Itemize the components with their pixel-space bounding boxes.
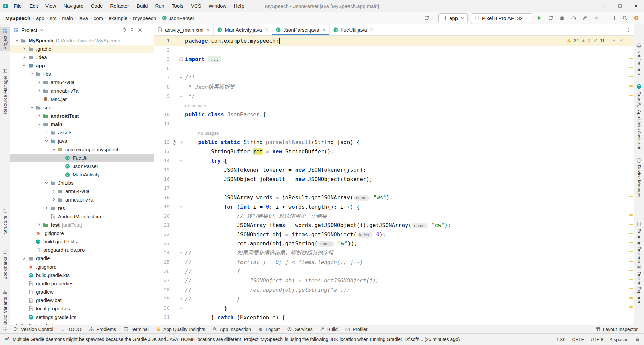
tool-button-device-explorer[interactable]: Device Explorer [634,263,644,305]
tab-mainactivity-java[interactable]: CMainActivity.java [214,24,272,35]
tool-window-button-app-inspection[interactable]: App Inspection [209,325,255,333]
status-encoding[interactable]: UTF-8 [591,337,603,342]
fold-down-icon[interactable] [177,156,185,166]
tree-row-build-gradle-kts[interactable]: build.gradle.kts [10,237,154,246]
chevron-right-icon[interactable] [20,256,28,261]
warning-stripe-mark[interactable] [629,196,633,197]
menu-help[interactable]: Help [230,0,248,12]
tree-row-armeabi-v7a[interactable]: armeabi-v7a [10,87,154,95]
warning-stripe-mark[interactable] [629,288,633,289]
collapse-all-icon[interactable] [129,27,135,33]
hide-panel-icon[interactable] [145,27,150,33]
lock-icon[interactable] [635,337,640,342]
fold-down-icon[interactable] [177,73,185,82]
close-icon[interactable] [628,0,644,12]
fold-down-icon[interactable] [177,248,185,258]
tool-window-button-terminal[interactable]: Terminal [120,325,152,333]
tool-window-button-problems[interactable]: Problems [85,325,120,333]
close-tab-icon[interactable] [322,27,326,32]
sync-button[interactable] [547,14,554,22]
tool-button-structure[interactable]: Structure [0,207,10,235]
chevron-right-icon[interactable] [50,197,57,202]
project-panel-title[interactable]: Project [21,27,37,33]
tree-row-app[interactable]: app [10,61,154,70]
tree-row-mainactivity[interactable]: CMainActivity [10,170,154,179]
menu-tools[interactable]: Tools [168,0,187,12]
chevron-right-icon[interactable] [35,223,43,227]
mirror-button[interactable] [610,14,617,22]
chevron-right-icon[interactable] [50,189,57,193]
warning-stripe-mark[interactable] [629,76,633,77]
tool-window-button-profiler[interactable]: Profiler [341,325,371,333]
chevron-right-icon[interactable] [20,55,28,59]
tree-row-androidmanifest-xml[interactable]: AndroidManifest.xml [10,212,154,221]
tree-row-arm64-v8a[interactable]: arm64-v8a [10,187,154,195]
debug-button[interactable] [558,14,566,22]
menu-vcs[interactable]: VCS [187,0,205,12]
tab-jsonparser-java[interactable]: CJsonParser.java [272,24,330,35]
tool-button-notifications[interactable]: Notifications [634,42,644,76]
breadcrumb-item-main[interactable]: main [61,15,74,21]
tree-row-res[interactable]: res [10,204,154,212]
chevron-down-icon[interactable] [28,72,35,76]
attach-button[interactable] [581,14,589,22]
chevron-down-icon[interactable] [43,181,50,185]
chevron-right-icon[interactable] [35,80,43,84]
search-button[interactable] [621,14,629,22]
tree-row-proguard-rules-pro[interactable]: proguard-rules.pro [10,246,154,254]
fold-up-icon[interactable] [177,294,185,304]
chevron-down-icon[interactable] [28,105,35,110]
warning-stripe-mark[interactable] [629,270,633,271]
tree-row--gradle[interactable]: .gradle [10,45,154,53]
tool-window-button-layout-inspector[interactable]: Layout Inspector [592,327,641,332]
fold-down-icon[interactable] [177,138,185,147]
tree-row-androidtest[interactable]: androidTest [10,112,154,120]
breadcrumb-item-example[interactable]: example [107,15,129,21]
warning-stripe-mark[interactable] [629,306,633,308]
tree-row-jsonparser[interactable]: CJsonParser [10,162,154,170]
chevron-down-icon[interactable] [43,139,50,143]
fold-up-icon[interactable] [177,304,185,313]
chevron-right-icon[interactable] [35,89,43,93]
tool-window-button-services[interactable]: Services [283,325,316,333]
tool-button-bookmarks[interactable]: Bookmarks [0,248,10,281]
tool-button-device-manager[interactable]: Device Manager [634,156,644,199]
chevron-down-icon[interactable] [35,122,43,126]
status-message[interactable]: Multiple Gradle daemons might be spawned… [13,337,553,342]
more-tabs-icon[interactable] [623,24,634,35]
chevron-right-icon[interactable] [20,47,28,51]
warning-stripe-mark[interactable] [629,279,633,280]
menu-refactor[interactable]: Refactor [106,0,133,12]
tool-button-project[interactable]: Project [0,27,10,51]
error-stripe[interactable] [628,36,634,325]
menu-edit[interactable]: Edit [25,0,42,12]
prev-problem-icon[interactable] [612,38,616,43]
chevron-right-icon[interactable] [35,114,43,118]
tree-row-gradlew-bat[interactable]: gradlew.bat [10,296,154,304]
warning-stripe-mark[interactable] [629,251,633,252]
tab-activity-main-xml[interactable]: activity_main.xml [154,24,214,35]
locate-file-icon[interactable] [122,27,127,33]
tool-switcher-icon[interactable] [3,327,8,332]
code-editor[interactable]: 1package com.example.myspeech;23import .… [154,36,634,325]
chevron-right-icon[interactable] [43,130,50,135]
tool-button-running-devices[interactable]: Running Devices [634,220,644,264]
fold-up-icon[interactable] [177,92,185,101]
tool-window-button-app-quality-insights[interactable]: App Quality Insights [152,325,209,333]
tree-row-assets[interactable]: assets [10,128,154,137]
warning-stripe-mark[interactable] [629,214,633,216]
tree-row-main[interactable]: main [10,120,154,128]
close-tab-icon[interactable] [206,27,210,32]
tree-row-msc-jar[interactable]: Msc.jar [10,95,154,103]
tree-row-arm64-v8a[interactable]: arm64-v8a [10,78,154,87]
profiler-button[interactable] [570,14,577,22]
chevron-right-icon[interactable] [43,206,50,210]
tab-fucutil-java[interactable]: CFucUtil.java [330,24,377,35]
update-button[interactable] [633,14,640,22]
tool-window-button-logcat[interactable]: Logcat [255,325,283,333]
tree-row-jnilibs[interactable]: JniLibs [10,179,154,187]
run-config-select[interactable]: app [438,13,468,23]
tree-row-gradle[interactable]: gradle [10,254,154,263]
status-caret-position[interactable]: 1:30 [556,337,565,342]
maximize-icon[interactable] [612,0,628,12]
